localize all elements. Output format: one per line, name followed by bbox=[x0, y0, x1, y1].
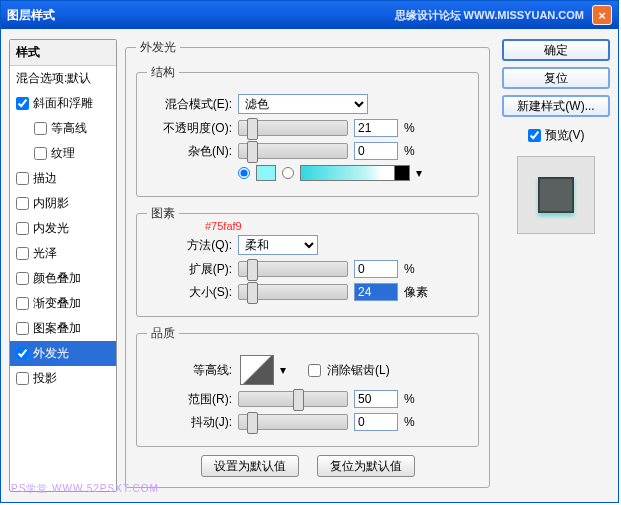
blend-mode-label: 混合模式(E): bbox=[147, 96, 232, 113]
style-checkbox[interactable] bbox=[16, 347, 29, 360]
spread-slider[interactable] bbox=[238, 261, 348, 277]
method-label: 方法(Q): bbox=[147, 237, 232, 254]
jitter-slider[interactable] bbox=[238, 414, 348, 430]
elements-group: 图素 方法(Q): 柔和 扩展(P): % 大小(S): 24 bbox=[136, 205, 479, 317]
dropdown-icon[interactable]: ▾ bbox=[416, 166, 422, 180]
style-checkbox[interactable] bbox=[34, 147, 47, 160]
style-checkbox[interactable] bbox=[16, 372, 29, 385]
titlebar-credit: 思缘设计论坛 WWW.MISSYUAN.COM bbox=[395, 8, 584, 23]
make-default-button[interactable]: 设置为默认值 bbox=[201, 455, 299, 477]
jitter-label: 抖动(J): bbox=[147, 414, 232, 431]
ok-button[interactable]: 确定 bbox=[502, 39, 610, 61]
size-label: 大小(S): bbox=[147, 284, 232, 301]
reset-default-button[interactable]: 复位为默认值 bbox=[317, 455, 415, 477]
options-panel: 外发光 结构 混合模式(E): 滤色 不透明度(O): % 杂色(N): bbox=[117, 39, 498, 492]
noise-slider[interactable] bbox=[238, 143, 348, 159]
style-label: 图案叠加 bbox=[33, 320, 81, 337]
dropdown-icon[interactable]: ▾ bbox=[280, 363, 286, 377]
preview-box bbox=[517, 156, 595, 234]
hex-annotation: #75faf9 bbox=[205, 220, 242, 232]
spread-label: 扩展(P): bbox=[147, 261, 232, 278]
opacity-input[interactable] bbox=[354, 119, 398, 137]
style-label: 渐变叠加 bbox=[33, 295, 81, 312]
new-style-button[interactable]: 新建样式(W)... bbox=[502, 95, 610, 117]
style-label: 光泽 bbox=[33, 245, 57, 262]
style-checkbox[interactable] bbox=[16, 172, 29, 185]
outer-glow-group: 外发光 结构 混合模式(E): 滤色 不透明度(O): % 杂色(N): bbox=[125, 39, 490, 488]
style-item-7[interactable]: 颜色叠加 bbox=[10, 266, 116, 291]
jitter-input[interactable] bbox=[354, 413, 398, 431]
range-label: 范围(R): bbox=[147, 391, 232, 408]
preview-label: 预览(V) bbox=[545, 127, 585, 144]
spread-input[interactable] bbox=[354, 260, 398, 278]
style-checkbox[interactable] bbox=[16, 247, 29, 260]
style-item-2[interactable]: 纹理 bbox=[10, 141, 116, 166]
styles-panel: 样式 混合选项:默认 斜面和浮雕等高线纹理描边内阴影内发光光泽颜色叠加渐变叠加图… bbox=[9, 39, 117, 492]
color-swatch[interactable] bbox=[256, 165, 276, 181]
style-label: 内阴影 bbox=[33, 195, 69, 212]
range-slider[interactable] bbox=[238, 391, 348, 407]
close-icon[interactable]: × bbox=[592, 5, 612, 25]
group-legend: 外发光 bbox=[136, 39, 180, 56]
opacity-label: 不透明度(O): bbox=[147, 120, 232, 137]
opacity-slider[interactable] bbox=[238, 120, 348, 136]
contour-picker[interactable] bbox=[240, 355, 274, 385]
style-label: 投影 bbox=[33, 370, 57, 387]
structure-group: 结构 混合模式(E): 滤色 不透明度(O): % 杂色(N): bbox=[136, 64, 479, 197]
color-radio[interactable] bbox=[238, 167, 250, 179]
style-label: 纹理 bbox=[51, 145, 75, 162]
noise-input[interactable] bbox=[354, 142, 398, 160]
antialias-checkbox[interactable] bbox=[308, 364, 321, 377]
antialias-label: 消除锯齿(L) bbox=[327, 362, 390, 379]
style-checkbox[interactable] bbox=[34, 122, 47, 135]
blend-options[interactable]: 混合选项:默认 bbox=[10, 66, 116, 91]
style-item-0[interactable]: 斜面和浮雕 bbox=[10, 91, 116, 116]
window-title: 图层样式 bbox=[7, 7, 55, 24]
style-checkbox[interactable] bbox=[16, 197, 29, 210]
reset-button[interactable]: 复位 bbox=[502, 67, 610, 89]
style-checkbox[interactable] bbox=[16, 97, 29, 110]
style-label: 内发光 bbox=[33, 220, 69, 237]
blend-mode-select[interactable]: 滤色 bbox=[238, 94, 368, 114]
style-item-4[interactable]: 内阴影 bbox=[10, 191, 116, 216]
gradient-radio[interactable] bbox=[282, 167, 294, 179]
quality-group: 品质 等高线: ▾ 消除锯齿(L) 范围(R): % bbox=[136, 325, 479, 447]
style-label: 斜面和浮雕 bbox=[33, 95, 93, 112]
style-label: 描边 bbox=[33, 170, 57, 187]
preview-swatch bbox=[538, 177, 574, 213]
style-label: 颜色叠加 bbox=[33, 270, 81, 287]
footer-watermark: PS学堂 WWW.52PSXT.COM bbox=[11, 482, 159, 496]
style-label: 等高线 bbox=[51, 120, 87, 137]
right-panel: 确定 复位 新建样式(W)... 预览(V) bbox=[498, 39, 610, 492]
style-checkbox[interactable] bbox=[16, 322, 29, 335]
size-input[interactable]: 24 bbox=[354, 283, 398, 301]
style-checkbox[interactable] bbox=[16, 222, 29, 235]
noise-label: 杂色(N): bbox=[147, 143, 232, 160]
style-item-8[interactable]: 渐变叠加 bbox=[10, 291, 116, 316]
styles-header: 样式 bbox=[10, 40, 116, 66]
preview-checkbox[interactable] bbox=[528, 129, 541, 142]
style-item-6[interactable]: 光泽 bbox=[10, 241, 116, 266]
range-input[interactable] bbox=[354, 390, 398, 408]
style-item-10[interactable]: 外发光 bbox=[10, 341, 116, 366]
style-label: 外发光 bbox=[33, 345, 69, 362]
size-slider[interactable] bbox=[238, 284, 348, 300]
style-checkbox[interactable] bbox=[16, 297, 29, 310]
contour-label: 等高线: bbox=[147, 362, 232, 379]
style-item-3[interactable]: 描边 bbox=[10, 166, 116, 191]
style-item-9[interactable]: 图案叠加 bbox=[10, 316, 116, 341]
style-item-5[interactable]: 内发光 bbox=[10, 216, 116, 241]
style-checkbox[interactable] bbox=[16, 272, 29, 285]
style-item-11[interactable]: 投影 bbox=[10, 366, 116, 391]
style-item-1[interactable]: 等高线 bbox=[10, 116, 116, 141]
method-select[interactable]: 柔和 bbox=[238, 235, 318, 255]
gradient-swatch[interactable] bbox=[300, 165, 410, 181]
titlebar: 图层样式 思缘设计论坛 WWW.MISSYUAN.COM × bbox=[1, 1, 618, 29]
